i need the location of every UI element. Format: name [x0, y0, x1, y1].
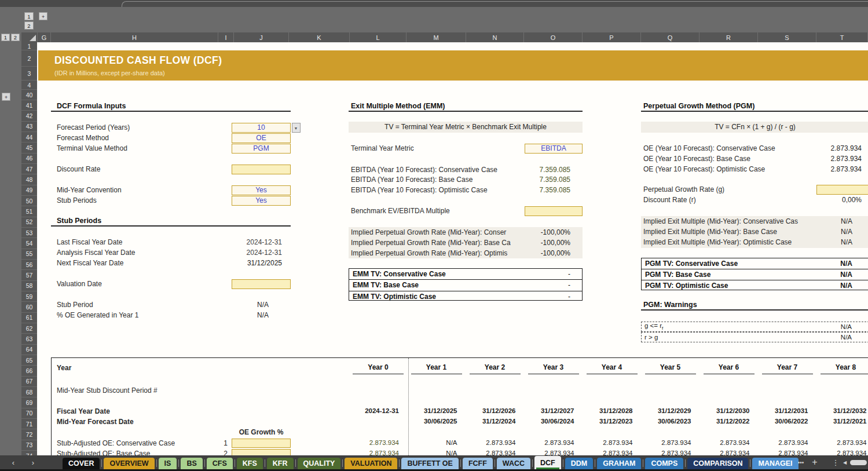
oe-growth-input[interactable] [232, 449, 291, 456]
row-header-60[interactable]: 60 [21, 302, 37, 312]
row-header-54[interactable]: 54 [21, 238, 37, 249]
column-header-M[interactable]: M [406, 32, 466, 42]
row-header-40[interactable]: 40 [21, 90, 37, 100]
tabs-scroll-right-button[interactable]: › [28, 458, 38, 467]
row-header-1[interactable]: 1 [21, 42, 37, 50]
column-header-N[interactable]: N [466, 32, 524, 42]
sheet-tab-managei[interactable]: MANAGEI [752, 458, 798, 469]
row-header-58[interactable]: 58 [21, 281, 37, 291]
row-header-3[interactable]: 3 [21, 67, 37, 81]
row-header-73[interactable]: 73 [21, 440, 37, 451]
hscroll-thumb[interactable] [850, 460, 867, 465]
row-header-64[interactable]: 64 [21, 345, 37, 355]
row-header-50[interactable]: 50 [21, 196, 37, 206]
tabs-scroll-left-button[interactable]: ‹ [8, 458, 19, 467]
dcf-input-cell[interactable]: 10 [232, 123, 291, 133]
valuation-date-input[interactable] [232, 279, 291, 289]
emm-tv-value: - [568, 293, 578, 301]
oe-growth-input[interactable] [232, 439, 291, 448]
select-all-corner[interactable] [21, 32, 37, 42]
sheet-tab-quality[interactable]: QUALITY [298, 458, 341, 469]
data-cell: 2.873.934 [700, 439, 750, 448]
row-header-67[interactable]: 67 [21, 377, 37, 387]
column-header-G[interactable]: G [38, 32, 51, 42]
sheet-tab-is[interactable]: IS [159, 458, 177, 469]
sheet-tab-fcff[interactable]: FCFF [463, 458, 493, 469]
row-header-65[interactable]: 65 [21, 355, 37, 366]
sheet-tab-dcf[interactable]: DCF [534, 456, 561, 469]
row-header-52[interactable]: 52 [21, 217, 37, 228]
row-header-69[interactable]: 69 [21, 397, 37, 408]
row-outline-expand-button[interactable]: + [2, 93, 10, 101]
sheet-tab-cover[interactable]: COVER [63, 458, 100, 469]
sheet-tab-kfr[interactable]: KFR [267, 458, 294, 469]
column-outline-level-1-button[interactable]: 1 [24, 12, 34, 20]
row-outline-level-2-button[interactable]: 2 [11, 34, 20, 41]
row-header-53[interactable]: 53 [21, 228, 37, 238]
column-header-K[interactable]: K [289, 32, 350, 42]
row-header-51[interactable]: 51 [21, 206, 37, 217]
sheet-tab-buffett-oe[interactable]: BUFFETT OE [401, 458, 458, 469]
row-header-42[interactable]: 42 [21, 111, 37, 121]
sheet-tab-graham[interactable]: GRAHAM [597, 458, 641, 469]
row-header-63[interactable]: 63 [21, 334, 37, 344]
row-header-70[interactable]: 70 [21, 408, 37, 419]
forecast-period-dropdown-button[interactable]: ▼ [292, 123, 301, 133]
row-header-59[interactable]: 59 [21, 291, 37, 302]
sheet-tab-overview[interactable]: OVERVIEW [104, 458, 154, 469]
column-header-R[interactable]: R [699, 32, 758, 42]
row-header-71[interactable]: 71 [21, 419, 37, 429]
row-header-4[interactable]: 4 [21, 81, 37, 90]
hscroll-left-arrow-icon[interactable]: ◀ [841, 459, 848, 466]
row-header-46[interactable]: 46 [21, 154, 37, 164]
row-header-2[interactable]: 2 [21, 50, 37, 67]
dcf-input-cell[interactable]: PGM [232, 144, 291, 154]
dcf-input-cell[interactable]: Yes [232, 196, 291, 206]
add-sheet-button[interactable]: + [810, 457, 820, 468]
row-header-57[interactable]: 57 [21, 270, 37, 280]
column-outline-level-2-button[interactable]: 2 [24, 21, 34, 30]
row-header-48[interactable]: 48 [21, 174, 37, 185]
row-header-61[interactable]: 61 [21, 313, 37, 323]
row-header-45[interactable]: 45 [21, 143, 37, 153]
sheet-tab-valuation[interactable]: VALUATION [345, 458, 397, 469]
column-header-L[interactable]: L [350, 32, 406, 42]
sheet-tab-comps[interactable]: COMPS [645, 458, 683, 469]
row-header-68[interactable]: 68 [21, 387, 37, 397]
column-header-Q[interactable]: Q [641, 32, 699, 42]
row-header-72[interactable]: 72 [21, 429, 37, 440]
row-header-56[interactable]: 56 [21, 260, 37, 270]
sheet-tab-ddm[interactable]: DDM [565, 458, 593, 469]
sheet-tab-comparison[interactable]: COMPARISON [687, 458, 748, 469]
sheet-tab-cfs[interactable]: CFS [207, 458, 233, 469]
sheet-tab-bs[interactable]: BS [181, 458, 202, 469]
column-outline-expand-button[interactable]: + [39, 12, 47, 20]
row-outline-level-1-button[interactable]: 1 [1, 34, 10, 41]
sheet-menu-button[interactable]: ⋮ [832, 457, 840, 468]
sheet-tab-kfs[interactable]: KFS [237, 458, 263, 469]
row-header-55[interactable]: 55 [21, 249, 37, 260]
column-header-H[interactable]: H [51, 32, 218, 42]
tabs-overflow-button[interactable]: ••• [794, 458, 807, 466]
row-header-66[interactable]: 66 [21, 366, 37, 376]
column-header-O[interactable]: O [524, 32, 583, 42]
column-header-I[interactable]: I [218, 32, 234, 42]
column-header-P[interactable]: P [583, 32, 641, 42]
dcf-input-cell[interactable]: Yes [232, 185, 291, 195]
column-header-T[interactable]: T [816, 32, 868, 42]
row-header-74[interactable]: 74 [21, 451, 37, 455]
emm-terminal-metric-input[interactable]: EBITDA [525, 144, 583, 154]
column-header-J[interactable]: J [234, 32, 289, 42]
row-header-43[interactable]: 43 [21, 122, 37, 132]
column-header-S[interactable]: S [758, 32, 816, 42]
dcf-input-cell-empty[interactable] [232, 165, 291, 174]
row-header-47[interactable]: 47 [21, 164, 37, 174]
row-header-49[interactable]: 49 [21, 185, 37, 196]
row-header-44[interactable]: 44 [21, 132, 37, 143]
dcf-input-cell[interactable]: OE [232, 133, 291, 143]
pgm-growth-input[interactable] [816, 185, 868, 195]
emm-benchmark-input[interactable] [525, 206, 583, 216]
row-header-41[interactable]: 41 [21, 100, 37, 111]
row-header-62[interactable]: 62 [21, 323, 37, 334]
sheet-tab-wacc[interactable]: WACC [497, 458, 530, 469]
